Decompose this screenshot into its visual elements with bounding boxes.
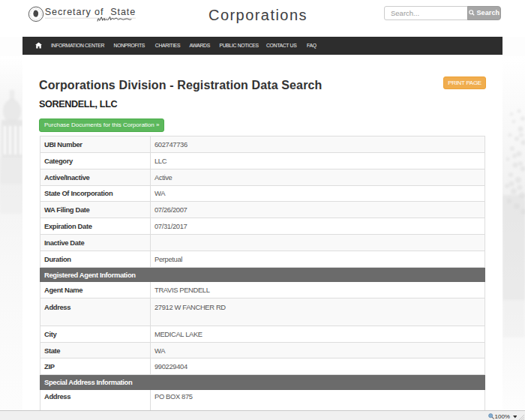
- svg-text:Secretary of State: Secretary of State: [45, 7, 136, 17]
